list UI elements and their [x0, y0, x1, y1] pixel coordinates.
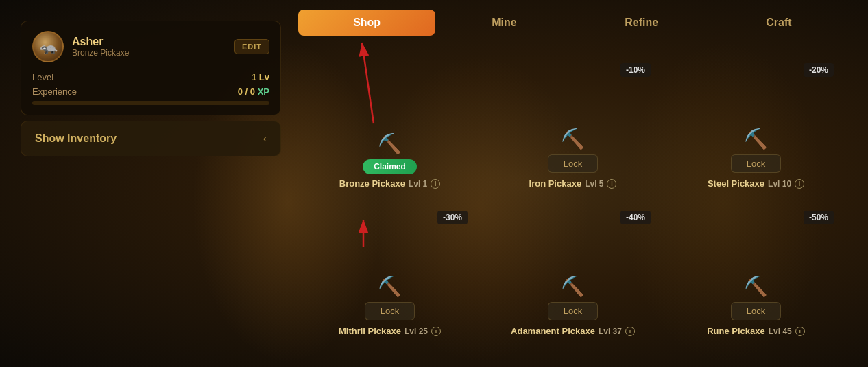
adamanent-pickaxe-name-row: Adamanent Pickaxe Lvl 37 i — [511, 326, 635, 336]
chevron-left-icon: ‹ — [263, 132, 267, 145]
tab-refine-label: Refine — [625, 16, 658, 28]
level-label: Level — [32, 72, 53, 82]
adamanent-pickaxe-level: Lvl 37 — [599, 327, 622, 336]
mithril-discount-badge: -30% — [437, 211, 468, 224]
player-card: 🦡 Asher Bronze Pickaxe EDIT Level 1 Lv E… — [21, 21, 281, 115]
tab-shop-label: Shop — [353, 16, 381, 28]
mithril-pickaxe-icon: ⛏️ — [378, 275, 402, 298]
player-name: Asher — [72, 36, 234, 48]
tab-mine[interactable]: Mine — [435, 10, 572, 36]
rune-pickaxe-level: Lvl 45 — [769, 327, 792, 336]
iron-lock-button[interactable]: Lock — [548, 154, 598, 173]
edit-button[interactable]: EDIT — [234, 39, 269, 54]
rune-pickaxe-icon: ⛏️ — [744, 275, 768, 298]
iron-discount-badge: -10% — [620, 63, 651, 77]
adamanent-info-icon[interactable]: i — [625, 327, 635, 336]
pickaxe-cell-steel: -20% ⛏️ Lock Steel Pickaxe Lvl 10 i — [664, 55, 847, 202]
bronze-pickaxe-level: Lvl 1 — [409, 179, 427, 189]
iron-info-icon[interactable]: i — [607, 179, 616, 189]
tab-refine[interactable]: Refine — [573, 10, 710, 36]
xp-numbers: 0 / 0 — [238, 86, 255, 97]
iron-pickaxe-name: Iron Pickaxe — [529, 178, 582, 189]
inventory-label: Show Inventory — [35, 132, 117, 145]
mithril-lock-button[interactable]: Lock — [365, 302, 415, 320]
mithril-pickaxe-level: Lvl 25 — [405, 327, 428, 336]
experience-value: 0 / 0 XP — [238, 86, 269, 97]
steel-pickaxe-icon: ⛏️ — [744, 128, 768, 150]
pickaxe-cell-rune: -50% ⛏️ Lock Rune Pickaxe Lvl 45 i — [664, 202, 847, 350]
player-tool: Bronze Pickaxe — [72, 48, 234, 58]
bronze-info-icon[interactable]: i — [431, 179, 440, 189]
adamanent-pickaxe-icon: ⛏️ — [561, 275, 585, 298]
player-header: 🦡 Asher Bronze Pickaxe EDIT — [32, 31, 269, 62]
show-inventory-button[interactable]: Show Inventory ‹ — [21, 121, 281, 156]
mithril-pickaxe-name-row: Mithril Pickaxe Lvl 25 i — [339, 326, 441, 336]
mithril-info-icon[interactable]: i — [431, 327, 441, 336]
pickaxe-cell-adamanent: -40% ⛏️ Lock Adamanent Pickaxe Lvl 37 i — [481, 202, 664, 350]
experience-row: Experience 0 / 0 XP — [32, 86, 269, 97]
tab-mine-label: Mine — [492, 16, 516, 28]
avatar: 🦡 — [32, 31, 64, 62]
xp-bar-background — [32, 101, 269, 105]
steel-info-icon[interactable]: i — [795, 179, 804, 189]
level-value: 1 Lv — [252, 72, 269, 82]
player-info: Asher Bronze Pickaxe — [72, 36, 234, 58]
adamanent-lock-button[interactable]: Lock — [548, 302, 598, 320]
steel-discount-badge: -20% — [804, 63, 834, 77]
pickaxe-cell-iron: -10% ⛏️ Lock Iron Pickaxe Lvl 5 i — [481, 55, 664, 202]
bronze-pickaxe-name: Bronze Pickaxe — [339, 178, 405, 189]
pickaxe-cell-mithril: -30% ⛏️ Lock Mithril Pickaxe Lvl 25 i — [298, 202, 481, 350]
iron-pickaxe-icon: ⛏️ — [561, 128, 585, 150]
steel-pickaxe-level: Lvl 10 — [768, 179, 791, 189]
bronze-pickaxe-name-row: Bronze Pickaxe Lvl 1 i — [339, 178, 440, 189]
experience-label: Experience — [32, 86, 77, 97]
iron-pickaxe-level: Lvl 5 — [585, 179, 603, 189]
iron-pickaxe-name-row: Iron Pickaxe Lvl 5 i — [529, 178, 617, 189]
tab-craft[interactable]: Craft — [710, 10, 847, 36]
bronze-pickaxe-icon: ⛏️ — [378, 132, 402, 155]
rune-pickaxe-name-row: Rune Pickaxe Lvl 45 i — [707, 326, 805, 336]
tab-craft-label: Craft — [766, 16, 791, 28]
claimed-badge: Claimed — [363, 159, 417, 174]
steel-pickaxe-name-row: Steel Pickaxe Lvl 10 i — [708, 178, 804, 189]
adamanent-discount-badge: -40% — [620, 211, 651, 224]
rune-pickaxe-name: Rune Pickaxe — [707, 326, 765, 336]
rune-discount-badge: -50% — [804, 211, 834, 224]
steel-pickaxe-name: Steel Pickaxe — [708, 178, 764, 189]
xp-label: XP — [258, 86, 269, 97]
level-row: Level 1 Lv — [32, 72, 269, 82]
tab-shop[interactable]: Shop — [298, 10, 435, 36]
tabs-bar: Shop Mine Refine Craft — [298, 10, 847, 36]
avatar-emoji: 🦡 — [39, 38, 58, 56]
adamanent-pickaxe-name: Adamanent Pickaxe — [511, 326, 595, 336]
rune-info-icon[interactable]: i — [795, 327, 805, 336]
mithril-pickaxe-name: Mithril Pickaxe — [339, 326, 401, 336]
pickaxe-cell-bronze: ⛏️ Claimed Bronze Pickaxe Lvl 1 i — [298, 55, 481, 202]
rune-lock-button[interactable]: Lock — [731, 302, 781, 320]
left-panel: 🦡 Asher Bronze Pickaxe EDIT Level 1 Lv E… — [21, 21, 281, 156]
pickaxe-grid: ⛏️ Claimed Bronze Pickaxe Lvl 1 i -10% ⛏… — [298, 55, 847, 350]
steel-lock-button[interactable]: Lock — [731, 154, 781, 173]
